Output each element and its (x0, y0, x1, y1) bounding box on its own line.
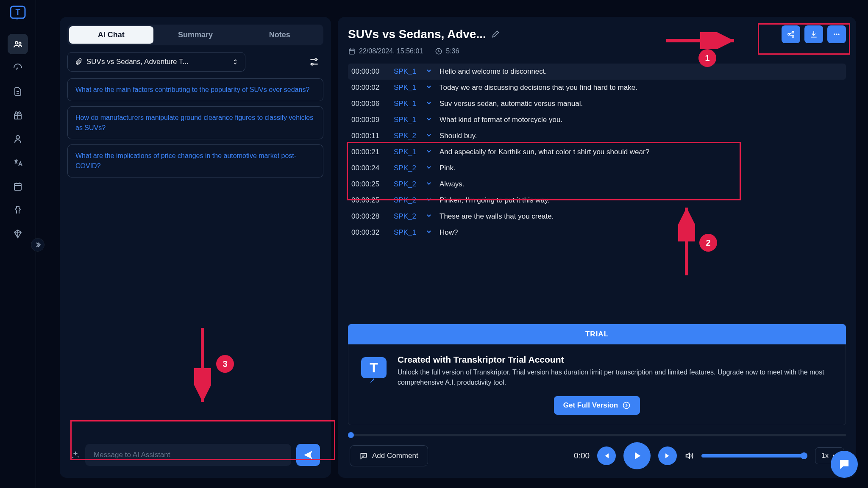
suggested-question[interactable]: How do manufacturers manipulate ground c… (67, 106, 323, 139)
suggested-question[interactable]: What are the implications of price chang… (67, 144, 323, 177)
svg-text:T: T (16, 8, 20, 17)
transcript-row[interactable]: 00:00:25SPK_2Pinken, I'm going to put it… (348, 192, 846, 208)
chevron-down-icon[interactable] (426, 100, 434, 108)
timestamp: 00:00:06 (351, 100, 389, 108)
chevron-down-icon[interactable] (426, 228, 434, 237)
send-button[interactable] (296, 444, 320, 466)
get-full-version-button[interactable]: Get Full Version (554, 396, 640, 415)
transcript-row[interactable]: 00:00:00SPK_1Hello and welcome to discon… (348, 64, 846, 80)
chevron-down-icon[interactable] (426, 212, 434, 221)
play-button[interactable] (623, 442, 651, 469)
chat-input-area (67, 440, 323, 470)
transcript-row[interactable]: 00:00:09SPK_1What kind of format of moto… (348, 112, 846, 128)
chevron-down-icon[interactable] (426, 116, 434, 124)
paperclip-icon (75, 58, 82, 66)
prev-button[interactable] (597, 446, 616, 465)
svg-point-12 (834, 33, 835, 35)
transcript-row[interactable]: 00:00:11SPK_2Should buy. (348, 128, 846, 144)
svg-point-13 (836, 33, 837, 35)
app-logo[interactable]: T (9, 5, 26, 22)
transcript-text: Today we are discussing decisions that y… (440, 83, 843, 92)
sidebar-item-integrations[interactable] (8, 200, 28, 220)
timestamp: 00:00:25 (351, 196, 389, 205)
chevron-down-icon[interactable] (426, 164, 434, 172)
speaker-label[interactable]: SPK_2 (394, 180, 421, 189)
sidebar-item-documents[interactable] (8, 81, 28, 102)
transcript-text: What kind of format of motorcycle you. (440, 116, 843, 124)
chat-fab[interactable] (831, 451, 858, 478)
speaker-label[interactable]: SPK_1 (394, 116, 421, 124)
updown-icon (232, 59, 238, 65)
tab-notes[interactable]: Notes (237, 26, 322, 44)
download-icon (810, 30, 818, 39)
share-button[interactable] (782, 25, 800, 43)
timestamp: 00:00:32 (351, 228, 389, 237)
chevron-down-icon[interactable] (426, 180, 434, 189)
more-button[interactable] (827, 25, 846, 43)
timestamp: 00:00:11 (351, 132, 389, 140)
settings-button[interactable] (305, 53, 323, 71)
chevron-down-icon[interactable] (426, 148, 434, 156)
trial-banner: TRIAL (348, 324, 846, 344)
file-name: SUVs vs Sedans, Adventure T... (86, 58, 228, 66)
svg-point-8 (312, 63, 313, 65)
speaker-label[interactable]: SPK_2 (394, 212, 421, 221)
arrow-circle-icon (622, 401, 631, 410)
speaker-label[interactable]: SPK_1 (394, 228, 421, 237)
volume-icon[interactable] (684, 451, 694, 460)
calendar-icon (348, 47, 356, 55)
speaker-label[interactable]: SPK_1 (394, 67, 421, 76)
chevron-down-icon[interactable] (426, 132, 434, 140)
speaker-label[interactable]: SPK_2 (394, 132, 421, 140)
sidebar-item-gift[interactable] (8, 105, 28, 125)
sidebar-item-profile[interactable] (8, 129, 28, 149)
sidebar-item-premium[interactable] (8, 224, 28, 244)
volume-bar[interactable] (701, 454, 807, 458)
transcript-row[interactable]: 00:00:21SPK_1And especially for Karthik … (348, 144, 846, 160)
tab-ai-chat[interactable]: AI Chat (69, 26, 153, 44)
chevron-down-icon[interactable] (426, 83, 434, 92)
file-selector[interactable]: SUVs vs Sedans, Adventure T... (67, 52, 245, 72)
duration-meta: 5:36 (435, 47, 459, 55)
speaker-label[interactable]: SPK_1 (394, 83, 421, 92)
transcript-row[interactable]: 00:00:28SPK_2These are the walls that yo… (348, 208, 846, 225)
sidebar-item-dashboard[interactable] (8, 58, 28, 78)
send-icon (303, 449, 314, 460)
chat-input[interactable] (85, 444, 291, 466)
transcript-row[interactable]: 00:00:02SPK_1Today we are discussing dec… (348, 80, 846, 96)
sidebar-item-calendar[interactable] (8, 176, 28, 197)
transcript-text: And especially for Karthik sun, what col… (440, 148, 843, 156)
add-comment-button[interactable]: Add Comment (350, 445, 428, 466)
share-icon (787, 30, 795, 39)
svg-rect-6 (14, 183, 21, 190)
transcript-row[interactable]: 00:00:24SPK_2Pink. (348, 160, 846, 176)
timestamp: 00:00:09 (351, 116, 389, 124)
sidebar-item-translate[interactable] (8, 152, 28, 173)
play-icon (631, 450, 643, 462)
svg-point-19 (623, 402, 630, 409)
timestamp: 00:00:00 (351, 67, 389, 76)
transcript-row[interactable]: 00:00:32SPK_1How? (348, 225, 846, 241)
trial-description: Unlock the full version of Transkriptor.… (398, 367, 835, 388)
left-panel: AI Chat Summary Notes SUVs vs Sedans, Ad… (60, 17, 331, 478)
transcript-text: Should buy. (440, 132, 843, 140)
progress-bar[interactable] (348, 434, 846, 436)
player: Add Comment 0:00 1x (348, 436, 846, 469)
speaker-label[interactable]: SPK_1 (394, 100, 421, 108)
clock-icon (435, 47, 442, 55)
next-button[interactable] (658, 446, 677, 465)
transcript-row[interactable]: 00:00:06SPK_1Suv versus sedan, automatic… (348, 96, 846, 112)
tab-summary[interactable]: Summary (153, 26, 238, 44)
speaker-label[interactable]: SPK_1 (394, 148, 421, 156)
transcript-row[interactable]: 00:00:25SPK_2Always. (348, 176, 846, 192)
speaker-label[interactable]: SPK_2 (394, 196, 421, 205)
chevron-down-icon[interactable] (426, 196, 434, 205)
timestamp: 00:00:25 (351, 180, 389, 189)
suggested-question[interactable]: What are the main factors contributing t… (67, 78, 323, 101)
download-button[interactable] (804, 25, 823, 43)
edit-icon[interactable] (491, 30, 500, 39)
sidebar-item-team[interactable] (8, 34, 28, 54)
speaker-label[interactable]: SPK_2 (394, 164, 421, 172)
svg-point-5 (16, 136, 19, 139)
chevron-down-icon[interactable] (426, 67, 434, 76)
